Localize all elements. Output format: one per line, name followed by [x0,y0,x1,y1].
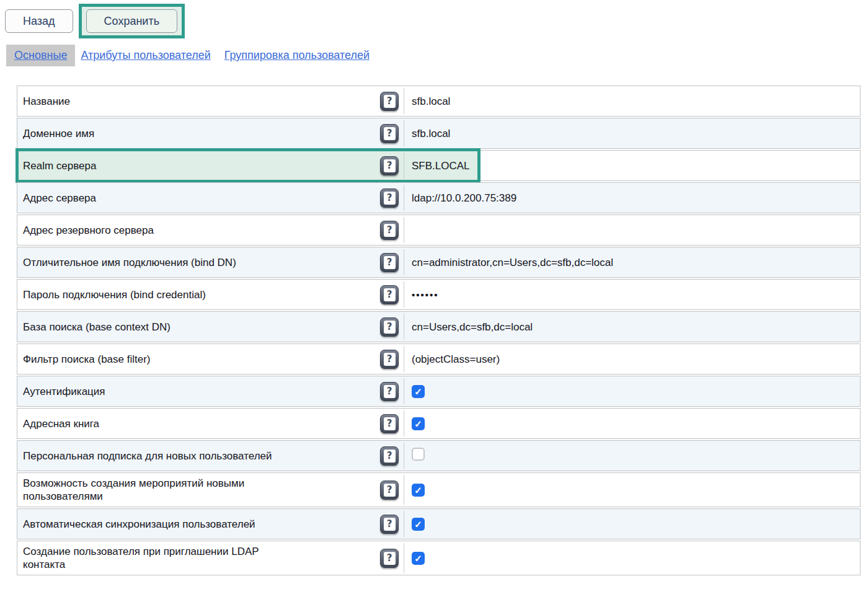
field-label: Адрес сервера [17,188,306,208]
row-bind-credential: Пароль подключения (bind credential) ? •… [17,279,861,310]
field-label: Отличительное имя подключения (bind DN) [17,252,306,273]
field-value-domain[interactable]: sfb.local [404,123,860,144]
help-icon[interactable]: ? [380,221,399,240]
field-label: Фильтр поиска (base filter) [17,349,306,370]
field-label: Адресная книга [17,414,306,434]
back-button[interactable]: Назад [5,9,73,33]
checkbox-auto-sync[interactable]: ✓ [412,518,425,531]
help-icon[interactable]: ? [380,124,399,143]
field-value-bind-dn[interactable]: cn=administrator,cn=Users,dc=sfb,dc=loca… [404,252,860,273]
help-icon[interactable]: ? [380,188,399,208]
tab-user-grouping[interactable]: Группировка пользователей [224,49,370,62]
help-icon[interactable]: ? [380,414,399,433]
row-personal-subscription: Персональная подписка для новых пользова… [17,440,861,471]
row-authentication: Аутентификация ? ✓ [17,376,861,407]
help-icon[interactable]: ? [380,253,399,272]
help-icon[interactable]: ? [380,317,399,337]
field-label: Возможность создания мероприятий новыми … [17,473,306,507]
field-label: Доменное имя [17,123,306,144]
field-value-backup-server[interactable] [404,226,860,234]
toolbar: Назад Сохранить [5,2,868,40]
row-ldap-contact-creation: Создание пользователя при приглашении LD… [17,541,861,575]
help-icon[interactable]: ? [380,515,399,534]
row-name: Название ? sfb.local [17,86,861,117]
help-icon[interactable]: ? [380,350,399,369]
field-value-base-context[interactable]: cn=Users,dc=sfb,dc=local [404,317,860,337]
row-base-context-dn: База поиска (base context DN) ? cn=Users… [17,311,861,342]
row-auto-sync: Автоматическая синхронизация пользовател… [17,508,861,539]
field-label: Пароль подключения (bind credential) [17,285,306,305]
row-base-filter: Фильтр поиска (base filter) ? (objectCla… [17,343,861,374]
tabs-bar: Основные Атрибуты пользователей Группиро… [6,45,868,66]
help-icon[interactable]: ? [380,92,399,111]
row-address-book: Адресная книга ? ✓ [17,408,861,439]
help-icon[interactable]: ? [380,382,399,401]
field-label: Автоматическая синхронизация пользовател… [17,514,306,534]
checkbox-authentication[interactable]: ✓ [412,385,425,398]
field-value-name[interactable]: sfb.local [404,91,860,112]
field-label: Название [17,91,306,112]
field-label: Создание пользователя при приглашении LD… [17,541,306,575]
tab-user-attributes[interactable]: Атрибуты пользователей [81,49,210,62]
checkbox-address-book[interactable]: ✓ [412,417,425,430]
help-icon[interactable]: ? [380,481,399,500]
ldap-settings-table: Название ? sfb.local Доменное имя ? sfb.… [17,86,861,575]
field-value-server-address[interactable]: ldap://10.0.200.75:389 [404,188,860,208]
row-domain-name: Доменное имя ? sfb.local [17,118,861,149]
field-label: База поиска (base context DN) [17,317,306,337]
row-event-creation: Возможность создания мероприятий новыми … [17,472,861,507]
field-label: Персональная подписка для новых пользова… [17,446,306,466]
field-label: Аутентификация [17,381,306,402]
tab-main[interactable]: Основные [6,45,75,66]
help-icon[interactable]: ? [380,549,399,568]
save-annotation-box: Сохранить [79,4,185,38]
field-value-base-filter[interactable]: (objectClass=user) [404,349,860,370]
row-server-address: Адрес сервера ? ldap://10.0.200.75:389 [17,182,861,213]
checkbox-ldap-contact-creation[interactable]: ✓ [412,552,425,565]
checkbox-personal-subscription[interactable]: ✓ [412,448,425,461]
row-bind-dn: Отличительное имя подключения (bind DN) … [17,247,861,278]
help-icon[interactable]: ? [380,285,399,304]
field-value-password[interactable]: •••••• [404,285,860,305]
help-icon[interactable]: ? [380,446,399,466]
row-backup-server-address: Адрес резервного сервера ? [17,215,861,246]
field-value-realm[interactable]: SFB.LOCAL [404,156,860,176]
help-icon[interactable]: ? [380,156,399,175]
save-button[interactable]: Сохранить [86,9,177,33]
field-label: Realm сервера [17,156,306,176]
row-realm: Realm сервера ? SFB.LOCAL [17,150,861,181]
checkbox-event-creation[interactable]: ✓ [412,484,425,497]
field-label: Адрес резервного сервера [17,220,306,241]
